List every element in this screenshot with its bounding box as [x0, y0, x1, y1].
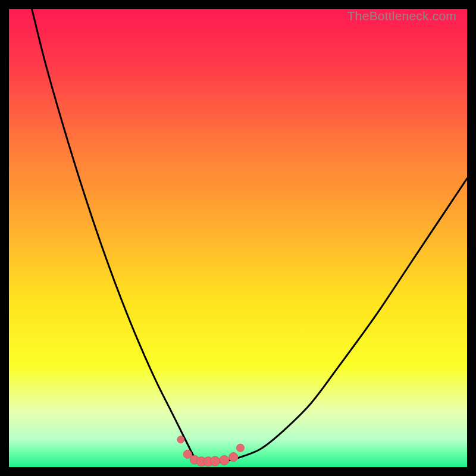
- watermark-label: TheBottleneck.com: [347, 9, 456, 23]
- valley-marker: [229, 453, 238, 462]
- valley-marker: [220, 456, 229, 465]
- chart-frame: TheBottleneck.com: [9, 9, 467, 467]
- bottleneck-chart: [9, 9, 467, 467]
- valley-marker: [183, 450, 192, 458]
- valley-marker: [211, 456, 220, 466]
- gradient-background: [9, 9, 467, 467]
- valley-marker: [177, 436, 184, 443]
- valley-marker: [236, 444, 244, 452]
